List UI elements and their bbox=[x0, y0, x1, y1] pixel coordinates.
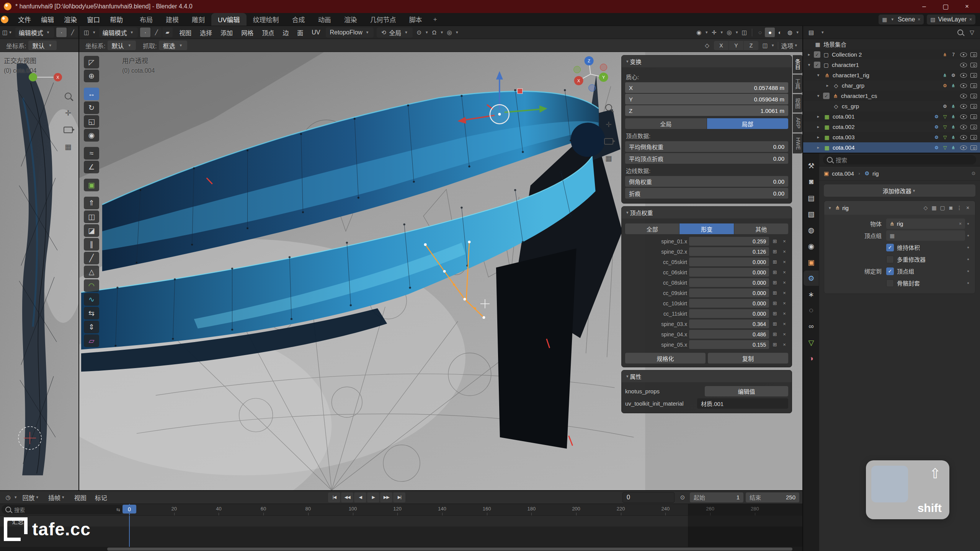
copy-weight-icon[interactable]: ⊞ bbox=[771, 290, 779, 296]
zoom-icon[interactable] bbox=[62, 90, 74, 102]
vertex-data-slider-1[interactable]: 平均顶点折痕0.00 bbox=[625, 153, 788, 164]
timeline-ruler[interactable]: 搜索 ⇆ 0 020406080100120140160180200220240… bbox=[0, 504, 802, 516]
mode-dropdown[interactable]: 编辑模式 ▾ bbox=[99, 28, 138, 37]
copy-button[interactable]: 复制 bbox=[708, 353, 788, 364]
workspace-tab-2[interactable]: 雕刻 bbox=[185, 13, 211, 26]
properties-tab-particles[interactable]: ∗ bbox=[804, 287, 819, 302]
disclosure-triangle-icon[interactable]: ▾ bbox=[815, 73, 821, 78]
mode-dropdown[interactable]: 编辑模式 ▾ bbox=[15, 28, 54, 37]
delete-weight-icon[interactable]: × bbox=[781, 300, 788, 306]
workspace-tab-6[interactable]: 动画 bbox=[312, 13, 338, 26]
viewport-menu-5[interactable]: 边 bbox=[278, 26, 293, 39]
next-keyframe-button[interactable]: ▶▶ bbox=[380, 492, 392, 502]
copy-weight-icon[interactable]: ⊞ bbox=[771, 342, 779, 347]
disclosure-triangle-icon[interactable]: ▾ bbox=[829, 205, 831, 210]
weight-value-slider[interactable]: 0.000 bbox=[689, 278, 769, 287]
disclosure-triangle-icon[interactable]: ▾ bbox=[806, 62, 812, 67]
workspace-tab-7[interactable]: 渲染 bbox=[338, 13, 364, 26]
menu-window[interactable]: 窗口 bbox=[82, 13, 105, 26]
pan-icon[interactable]: ✛ bbox=[62, 107, 74, 119]
minimize-button[interactable]: – bbox=[915, 1, 933, 12]
weight-value-slider[interactable]: 0.000 bbox=[689, 309, 769, 318]
add-cube-tool[interactable]: ▣ bbox=[84, 179, 99, 191]
hide-toggle-eye-icon[interactable] bbox=[960, 73, 967, 78]
properties-tab-constraints[interactable]: ∞ bbox=[804, 319, 819, 334]
disclosure-triangle-icon[interactable]: ▸ bbox=[806, 52, 812, 57]
playhead-label[interactable]: 0 bbox=[122, 505, 136, 514]
poly-build-tool[interactable]: △ bbox=[84, 266, 99, 278]
timeline-menu-2[interactable]: 视图 bbox=[70, 491, 91, 504]
viewport-menu-4[interactable]: 顶点 bbox=[258, 26, 278, 39]
modifier-name[interactable]: rig bbox=[842, 205, 919, 211]
proportional-edit-icon[interactable]: ◎ bbox=[444, 28, 454, 37]
menu-render[interactable]: 渲染 bbox=[59, 13, 82, 26]
sidebar-tab-0[interactable]: 条目 bbox=[793, 55, 802, 73]
normalize-button[interactable]: 规格化 bbox=[625, 353, 706, 364]
render-toggle-camera-icon[interactable] bbox=[970, 52, 977, 57]
viewlayer-selector[interactable]: ▧ ViewLayer × bbox=[927, 15, 975, 24]
hide-toggle-eye-icon[interactable] bbox=[960, 83, 967, 88]
workspace-tab-4[interactable]: 纹理绘制 bbox=[247, 13, 286, 26]
delete-weight-icon[interactable]: × bbox=[781, 311, 788, 316]
weight-tab-2[interactable]: 其他 bbox=[734, 223, 788, 234]
viewport-menu-1[interactable]: 选择 bbox=[196, 26, 216, 39]
unlink-icon[interactable]: × bbox=[918, 17, 920, 22]
inset-faces-tool[interactable]: ◫ bbox=[84, 210, 99, 223]
properties-tab-view-layer[interactable]: ▧ bbox=[804, 206, 819, 222]
blender-menu-icon[interactable] bbox=[0, 16, 13, 23]
realtime-toggle-icon[interactable]: ▢ bbox=[938, 205, 947, 211]
edge-slide-tool[interactable]: ⇆ bbox=[84, 307, 99, 320]
pivot-point-icon[interactable]: ⊙ bbox=[414, 28, 424, 37]
properties-tab-modifiers[interactable]: ⚙ bbox=[804, 271, 819, 286]
outliner-row-character1[interactable]: ▾✓▢character1 bbox=[803, 60, 980, 70]
show-object-types-icon[interactable]: ◉ bbox=[694, 28, 704, 37]
snap-magnet-icon[interactable]: Ω bbox=[429, 28, 439, 37]
render-toggle-camera-icon[interactable] bbox=[970, 73, 977, 78]
options-menu[interactable]: 选项 bbox=[781, 41, 793, 50]
zoom-icon[interactable] bbox=[603, 102, 614, 113]
clear-object-icon[interactable]: × bbox=[959, 221, 962, 227]
playhead[interactable] bbox=[129, 516, 130, 547]
loop-cut-tool[interactable]: ∥ bbox=[84, 238, 99, 251]
viewport-menu-3[interactable]: 网格 bbox=[237, 26, 258, 39]
render-toggle-camera-icon[interactable] bbox=[970, 114, 977, 119]
smooth-tool[interactable]: ∿ bbox=[84, 293, 99, 306]
edit-value-button[interactable]: 编辑值 bbox=[705, 386, 788, 396]
menu-file[interactable]: 文件 bbox=[13, 13, 36, 26]
hide-toggle-eye-icon[interactable] bbox=[960, 145, 967, 150]
frame-start-field[interactable]: 起始 1 bbox=[690, 492, 743, 502]
edge-select-button[interactable]: ╱ bbox=[151, 28, 162, 37]
on-cage-toggle-icon[interactable]: ◇ bbox=[921, 205, 930, 211]
overlays-toggle-icon[interactable]: ◎ bbox=[724, 28, 734, 37]
render-toggle-camera-icon[interactable] bbox=[970, 145, 977, 150]
summary-channel-row[interactable]: ▾ 汇总 bbox=[0, 516, 802, 527]
median-x-field[interactable]: X0.057488 m bbox=[625, 82, 788, 93]
copy-weight-icon[interactable]: ⊞ bbox=[771, 269, 779, 275]
custom-properties-panel-header[interactable]: ▾属性 bbox=[622, 370, 792, 382]
render-toggle-camera-icon[interactable] bbox=[970, 125, 977, 129]
bevel-tool[interactable]: ◪ bbox=[84, 224, 99, 237]
mirror-z-toggle[interactable]: Z bbox=[744, 41, 758, 50]
exclude-checkbox[interactable]: ✓ bbox=[814, 51, 820, 58]
delete-icon[interactable]: × bbox=[964, 205, 972, 211]
exclude-checkbox[interactable]: ✓ bbox=[814, 62, 820, 68]
copy-weight-icon[interactable]: ⊞ bbox=[771, 300, 779, 306]
close-button[interactable]: × bbox=[958, 1, 976, 12]
maximize-button[interactable]: ▢ bbox=[936, 1, 955, 12]
weight-value-slider[interactable]: 0.259 bbox=[689, 237, 769, 246]
menu-help[interactable]: 帮助 bbox=[105, 13, 128, 26]
outliner-row-cota.003[interactable]: ▸▦cota.003⚙▽⋔ bbox=[803, 132, 980, 142]
weight-value-slider[interactable]: 0.000 bbox=[689, 268, 769, 277]
face-select-button[interactable]: ▰ bbox=[162, 28, 173, 37]
weight-value-slider[interactable]: 0.486 bbox=[689, 330, 769, 339]
checkbox-2[interactable]: ✓ bbox=[886, 244, 894, 251]
mirror-x-toggle[interactable]: X bbox=[714, 41, 728, 50]
outliner-row-char_grp[interactable]: ▸◇char_grp⚙⋔ bbox=[803, 80, 980, 91]
add-workspace-button[interactable]: + bbox=[429, 13, 442, 26]
viewport-left-canvas[interactable]: X 正交左视图 (0) cota.004 ✛▦ bbox=[0, 52, 78, 490]
grid-icon[interactable]: ▦ bbox=[603, 152, 614, 164]
vertex-select-button[interactable]: · bbox=[140, 28, 150, 37]
weight-value-slider[interactable]: 0.000 bbox=[689, 299, 769, 308]
frame-end-field[interactable]: 结束 250 bbox=[746, 492, 799, 502]
outliner-row-character1_rig[interactable]: ▾⋔character1_rig⋔⚙ bbox=[803, 70, 980, 80]
